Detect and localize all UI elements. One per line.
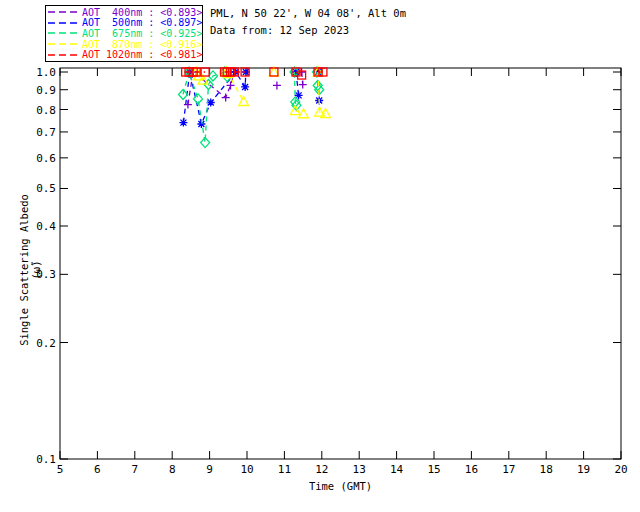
legend-dash	[48, 30, 78, 36]
plus-marker	[222, 94, 230, 102]
svg-text:6: 6	[94, 463, 101, 476]
svg-text:20: 20	[614, 463, 627, 476]
svg-text:10: 10	[240, 463, 253, 476]
y-axis-title: Single Scattering Albedo (ω̃)	[18, 182, 42, 358]
station-info: PML, N 50 22', W 04 08', Alt 0m	[210, 7, 406, 19]
legend-box: AOT 400nm : <0.893>AOT 500nm : <0.897>AO…	[45, 5, 203, 62]
legend-item-aot-1020nm: AOT 1020nm : <0.981>	[48, 50, 200, 60]
svg-text:0.1: 0.1	[36, 453, 56, 466]
plot-page: AOT 400nm : <0.893>AOT 500nm : <0.897>AO…	[0, 0, 640, 512]
x-ticks	[60, 68, 621, 459]
legend-item-aot-870nm: AOT 870nm : <0.916>	[48, 39, 200, 49]
plus-marker	[273, 81, 281, 89]
svg-text:19: 19	[577, 463, 590, 476]
svg-text:16: 16	[465, 463, 478, 476]
legend-dash	[48, 9, 78, 15]
asterisk-marker	[179, 119, 187, 127]
legend-label: AOT 400nm : <0.893>	[82, 7, 202, 18]
plot-border	[60, 68, 621, 459]
svg-text:9: 9	[206, 463, 213, 476]
triangle-marker	[239, 97, 249, 106]
legend-label: AOT 675nm : <0.925>	[82, 28, 202, 39]
svg-text:7: 7	[131, 463, 138, 476]
legend-item-aot-675nm: AOT 675nm : <0.925>	[48, 28, 200, 38]
svg-text:15: 15	[427, 463, 440, 476]
svg-text:0.6: 0.6	[36, 152, 56, 165]
legend-item-aot-400nm: AOT 400nm : <0.893>	[48, 7, 200, 17]
legend-label: AOT 500nm : <0.897>	[82, 17, 202, 28]
axes	[60, 68, 621, 459]
asterisk-marker	[241, 83, 249, 91]
svg-text:12: 12	[315, 463, 328, 476]
svg-text:11: 11	[278, 463, 291, 476]
svg-text:14: 14	[390, 463, 404, 476]
legend-dash	[48, 20, 78, 26]
triangle-marker	[299, 109, 309, 118]
svg-text:5: 5	[57, 463, 64, 476]
y-ticks	[60, 72, 621, 459]
svg-text:18: 18	[540, 463, 553, 476]
legend-dash	[48, 41, 78, 47]
legend-label: AOT 870nm : <0.916>	[82, 39, 202, 50]
svg-text:1.0: 1.0	[36, 66, 56, 79]
x-tick-labels: 567891011121314151617181920	[57, 463, 628, 476]
data-date: Data from: 12 Sep 2023	[210, 24, 349, 36]
series-aot-870nm	[191, 67, 330, 118]
x-axis-title: Time (GMT)	[60, 480, 621, 492]
svg-text:0.9: 0.9	[36, 84, 56, 97]
legend-dash	[48, 52, 78, 58]
ssa-chart: 5678910111213141516171819201.00.90.80.70…	[0, 0, 640, 512]
svg-text:0.8: 0.8	[36, 104, 56, 117]
svg-text:13: 13	[353, 463, 366, 476]
svg-text:17: 17	[502, 463, 515, 476]
plus-marker	[299, 81, 307, 89]
legend-item-aot-500nm: AOT 500nm : <0.897>	[48, 18, 200, 28]
svg-text:0.7: 0.7	[36, 126, 56, 139]
legend-label: AOT 1020nm : <0.981>	[82, 49, 202, 60]
svg-text:8: 8	[169, 463, 176, 476]
